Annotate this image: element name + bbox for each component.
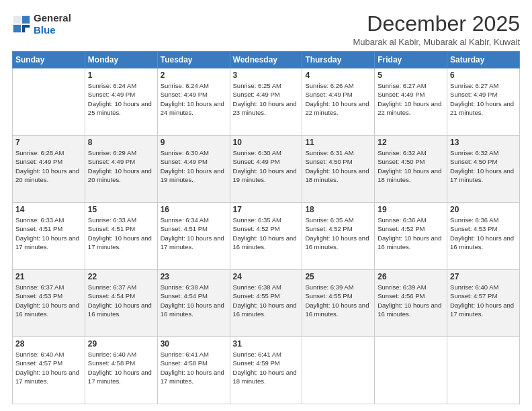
title-block: December 2025 Mubarak al Kabir, Mubarak … bbox=[353, 12, 520, 47]
day-number: 14 bbox=[15, 205, 82, 214]
table-row: 5Sunrise: 6:27 AMSunset: 4:49 PMDaylight… bbox=[375, 68, 447, 136]
day-info: Sunrise: 6:34 AMSunset: 4:51 PMDaylight:… bbox=[161, 216, 227, 251]
day-number: 13 bbox=[450, 138, 517, 147]
table-row: 15Sunrise: 6:33 AMSunset: 4:51 PMDayligh… bbox=[85, 203, 157, 270]
day-number: 12 bbox=[378, 138, 444, 147]
table-row bbox=[447, 337, 520, 404]
col-friday: Friday bbox=[375, 52, 447, 68]
day-number: 17 bbox=[233, 205, 300, 214]
day-number: 20 bbox=[450, 205, 517, 214]
table-row: 16Sunrise: 6:34 AMSunset: 4:51 PMDayligh… bbox=[157, 203, 230, 270]
table-row: 21Sunrise: 6:37 AMSunset: 4:53 PMDayligh… bbox=[13, 270, 85, 337]
calendar-subtitle: Mubarak al Kabir, Mubarak al Kabir, Kuwa… bbox=[353, 37, 520, 47]
day-number: 10 bbox=[233, 138, 300, 147]
table-row: 29Sunrise: 6:40 AMSunset: 4:58 PMDayligh… bbox=[85, 337, 157, 404]
table-row: 30Sunrise: 6:41 AMSunset: 4:58 PMDayligh… bbox=[157, 337, 230, 404]
table-row: 18Sunrise: 6:35 AMSunset: 4:52 PMDayligh… bbox=[302, 203, 375, 270]
col-saturday: Saturday bbox=[447, 52, 520, 68]
logo-general-text: General bbox=[34, 12, 71, 24]
table-row: 13Sunrise: 6:32 AMSunset: 4:50 PMDayligh… bbox=[447, 136, 520, 203]
day-number: 25 bbox=[305, 272, 371, 281]
day-info: Sunrise: 6:41 AMSunset: 4:59 PMDaylight:… bbox=[233, 350, 300, 385]
day-info: Sunrise: 6:38 AMSunset: 4:55 PMDaylight:… bbox=[233, 283, 300, 318]
day-number: 1 bbox=[88, 71, 154, 80]
col-monday: Monday bbox=[85, 52, 157, 68]
day-number: 19 bbox=[378, 205, 444, 214]
col-sunday: Sunday bbox=[13, 52, 85, 68]
table-row bbox=[13, 68, 85, 136]
svg-rect-2 bbox=[13, 25, 21, 32]
day-info: Sunrise: 6:41 AMSunset: 4:58 PMDaylight:… bbox=[161, 350, 227, 385]
day-info: Sunrise: 6:37 AMSunset: 4:54 PMDaylight:… bbox=[88, 283, 154, 318]
col-thursday: Thursday bbox=[302, 52, 375, 68]
calendar-week-row: 14Sunrise: 6:33 AMSunset: 4:51 PMDayligh… bbox=[13, 203, 520, 270]
day-number: 9 bbox=[161, 138, 227, 147]
svg-rect-1 bbox=[22, 16, 30, 24]
day-info: Sunrise: 6:40 AMSunset: 4:57 PMDaylight:… bbox=[450, 283, 517, 318]
day-info: Sunrise: 6:24 AMSunset: 4:49 PMDaylight:… bbox=[88, 81, 154, 117]
calendar-week-row: 21Sunrise: 6:37 AMSunset: 4:53 PMDayligh… bbox=[13, 270, 520, 337]
day-info: Sunrise: 6:37 AMSunset: 4:53 PMDaylight:… bbox=[15, 283, 82, 318]
day-info: Sunrise: 6:30 AMSunset: 4:49 PMDaylight:… bbox=[161, 148, 227, 184]
day-info: Sunrise: 6:32 AMSunset: 4:50 PMDaylight:… bbox=[378, 148, 444, 184]
day-info: Sunrise: 6:35 AMSunset: 4:52 PMDaylight:… bbox=[305, 216, 371, 251]
day-number: 2 bbox=[161, 71, 227, 80]
page: General Blue December 2025 Mubarak al Ka… bbox=[0, 0, 532, 411]
day-info: Sunrise: 6:33 AMSunset: 4:51 PMDaylight:… bbox=[15, 216, 82, 251]
day-info: Sunrise: 6:36 AMSunset: 4:52 PMDaylight:… bbox=[378, 216, 444, 251]
day-info: Sunrise: 6:25 AMSunset: 4:49 PMDaylight:… bbox=[233, 81, 300, 117]
day-info: Sunrise: 6:32 AMSunset: 4:50 PMDaylight:… bbox=[450, 148, 517, 184]
day-info: Sunrise: 6:24 AMSunset: 4:49 PMDaylight:… bbox=[161, 81, 227, 117]
table-row: 11Sunrise: 6:31 AMSunset: 4:50 PMDayligh… bbox=[302, 136, 375, 203]
table-row: 31Sunrise: 6:41 AMSunset: 4:59 PMDayligh… bbox=[230, 337, 302, 404]
day-number: 6 bbox=[450, 71, 517, 80]
table-row: 22Sunrise: 6:37 AMSunset: 4:54 PMDayligh… bbox=[85, 270, 157, 337]
logo-blue-text: Blue bbox=[34, 24, 56, 36]
table-row bbox=[302, 337, 375, 404]
table-row: 28Sunrise: 6:40 AMSunset: 4:57 PMDayligh… bbox=[13, 337, 85, 404]
table-row: 6Sunrise: 6:27 AMSunset: 4:49 PMDaylight… bbox=[447, 68, 520, 136]
day-number: 30 bbox=[161, 339, 227, 349]
svg-rect-0 bbox=[13, 16, 21, 24]
day-number: 27 bbox=[450, 272, 517, 281]
day-number: 5 bbox=[378, 71, 444, 80]
svg-marker-3 bbox=[22, 25, 30, 32]
table-row: 9Sunrise: 6:30 AMSunset: 4:49 PMDaylight… bbox=[157, 136, 230, 203]
day-number: 8 bbox=[88, 138, 154, 147]
table-row: 12Sunrise: 6:32 AMSunset: 4:50 PMDayligh… bbox=[375, 136, 447, 203]
day-number: 26 bbox=[378, 272, 444, 281]
table-row: 3Sunrise: 6:25 AMSunset: 4:49 PMDaylight… bbox=[230, 68, 302, 136]
day-number: 28 bbox=[15, 339, 82, 349]
calendar-week-row: 1Sunrise: 6:24 AMSunset: 4:49 PMDaylight… bbox=[13, 68, 520, 136]
day-number: 22 bbox=[88, 272, 154, 281]
day-number: 31 bbox=[233, 339, 300, 349]
day-number: 3 bbox=[233, 71, 300, 80]
table-row: 24Sunrise: 6:38 AMSunset: 4:55 PMDayligh… bbox=[230, 270, 302, 337]
day-info: Sunrise: 6:39 AMSunset: 4:56 PMDaylight:… bbox=[378, 283, 444, 318]
table-row: 27Sunrise: 6:40 AMSunset: 4:57 PMDayligh… bbox=[447, 270, 520, 337]
day-number: 15 bbox=[88, 205, 154, 214]
day-info: Sunrise: 6:36 AMSunset: 4:53 PMDaylight:… bbox=[450, 216, 517, 251]
calendar-week-row: 7Sunrise: 6:28 AMSunset: 4:49 PMDaylight… bbox=[13, 136, 520, 203]
day-number: 21 bbox=[15, 272, 82, 281]
day-info: Sunrise: 6:40 AMSunset: 4:58 PMDaylight:… bbox=[88, 350, 154, 385]
table-row: 25Sunrise: 6:39 AMSunset: 4:55 PMDayligh… bbox=[302, 270, 375, 337]
table-row: 20Sunrise: 6:36 AMSunset: 4:53 PMDayligh… bbox=[447, 203, 520, 270]
table-row: 23Sunrise: 6:38 AMSunset: 4:54 PMDayligh… bbox=[157, 270, 230, 337]
day-info: Sunrise: 6:33 AMSunset: 4:51 PMDaylight:… bbox=[88, 216, 154, 251]
day-number: 7 bbox=[15, 138, 82, 147]
calendar-week-row: 28Sunrise: 6:40 AMSunset: 4:57 PMDayligh… bbox=[13, 337, 520, 404]
day-info: Sunrise: 6:28 AMSunset: 4:49 PMDaylight:… bbox=[15, 148, 82, 184]
day-info: Sunrise: 6:29 AMSunset: 4:49 PMDaylight:… bbox=[88, 148, 154, 184]
col-wednesday: Wednesday bbox=[230, 52, 302, 68]
calendar-header-row: Sunday Monday Tuesday Wednesday Thursday… bbox=[13, 52, 520, 68]
table-row: 14Sunrise: 6:33 AMSunset: 4:51 PMDayligh… bbox=[13, 203, 85, 270]
day-info: Sunrise: 6:27 AMSunset: 4:49 PMDaylight:… bbox=[450, 81, 517, 117]
day-number: 16 bbox=[161, 205, 227, 214]
table-row: 10Sunrise: 6:30 AMSunset: 4:49 PMDayligh… bbox=[230, 136, 302, 203]
day-info: Sunrise: 6:30 AMSunset: 4:49 PMDaylight:… bbox=[233, 148, 300, 184]
table-row: 1Sunrise: 6:24 AMSunset: 4:49 PMDaylight… bbox=[85, 68, 157, 136]
day-number: 23 bbox=[161, 272, 227, 281]
day-number: 11 bbox=[305, 138, 371, 147]
table-row: 2Sunrise: 6:24 AMSunset: 4:49 PMDaylight… bbox=[157, 68, 230, 136]
